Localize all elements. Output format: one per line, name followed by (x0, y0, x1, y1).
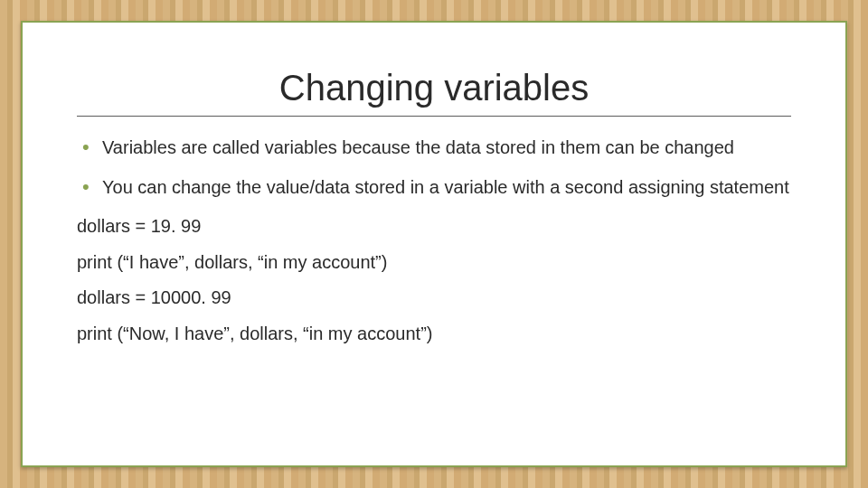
slide-panel: Changing variables Variables are called … (21, 21, 847, 467)
bullet-item: Variables are called variables because t… (77, 136, 791, 160)
bullet-item: You can change the value/data stored in … (77, 176, 791, 200)
code-line: print (“I have”, dollars, “in my account… (77, 251, 791, 275)
code-line: dollars = 19. 99 (77, 215, 791, 239)
code-line: print (“Now, I have”, dollars, “in my ac… (77, 323, 791, 346)
code-line: dollars = 10000. 99 (77, 286, 791, 310)
bullet-list: Variables are called variables because t… (77, 136, 791, 199)
slide-background: Changing variables Variables are called … (0, 0, 868, 488)
title-underline (77, 116, 791, 117)
slide-title: Changing variables (77, 68, 791, 108)
